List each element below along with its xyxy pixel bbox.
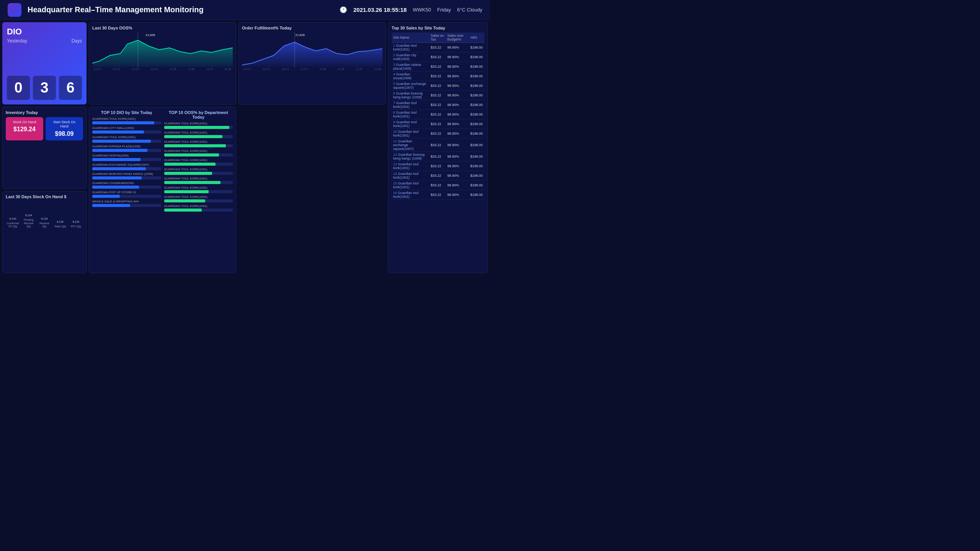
fulfillment-chart: 21,828 11.0 111.0 211.0 311.0 411.0511.0… xyxy=(242,33,382,70)
list-item: GUARDIAN TOUL KORK(1001) xyxy=(164,204,233,212)
bar-group: 8,134 RTV Qty xyxy=(69,220,83,228)
list-item: GUARDIAN POP UP STORE 01 xyxy=(92,191,161,198)
list-item: GUARDIAN RATANA PLAZA(1005) xyxy=(92,145,161,152)
page-title: Headquarter Real–Time Management Monitor… xyxy=(28,5,340,14)
ssoh-value: $98.09 xyxy=(49,130,80,137)
table-row: 14 Guardian toul kork(1001) $33.22 98.90… xyxy=(392,171,484,181)
list-item: GUARDIAN TOUL KORK(1001) xyxy=(164,122,233,129)
top10-oos-title: TOP 10 OOS% by Department Today xyxy=(164,110,233,119)
table-row: 6 Guardian boeung keng kang1 (1008) $33.… xyxy=(392,91,484,100)
list-item: GUARDIAN TOUL KORK(1001) xyxy=(164,149,233,156)
table-row: 13 Guardian toul kork(1001) $33.22 98.90… xyxy=(392,161,484,171)
top10-dio-section: TOP 10 DIO by Site Today GUARDIAN TOUL K… xyxy=(92,110,161,214)
table-row: 3 Guardian ratana plaza(1005) $33.22 98.… xyxy=(392,62,484,72)
inventory-panel: Inventory Today Stock On Hand $129.24 St… xyxy=(2,107,87,189)
fulfillment-chart-area xyxy=(242,33,382,67)
soh-label: Stock On Hand xyxy=(9,120,40,125)
list-item: GUARDIAN CHOMKARDONG xyxy=(92,181,161,189)
list-item: WHOLE SALE & WRAPPING WH xyxy=(92,200,161,207)
dio-n2: 6 xyxy=(59,76,82,100)
top10-dio-title: TOP 10 DIO by Site Today xyxy=(92,110,161,115)
dio-numbers: 0 3 6 xyxy=(7,76,82,100)
list-item: GUARDIAN EXCHANGE SQUARE(1007) xyxy=(92,163,161,170)
dio-sub2: Days xyxy=(72,38,82,44)
list-item: GUARDIAN TOUL KORK(1001) xyxy=(92,135,161,143)
table-row: 1 Guardian toul kork(1001) $33.22 98.90%… xyxy=(392,43,484,52)
oos-title: Last 30 Days OOS% xyxy=(92,26,233,30)
col-abs: ABS xyxy=(469,33,484,43)
table-row: 8 Guardian toul kork(1001) $33.22 98.90%… xyxy=(392,110,484,119)
top10-dio-panel: TOP 10 DIO by Site Today GUARDIAN TOUL K… xyxy=(89,107,236,273)
table-row: 4 Guardian sorya(1006) $33.22 98.90% $19… xyxy=(392,72,484,81)
list-item: GUARDIAN BOEUNG KENG KANG1 (1008) xyxy=(92,172,161,179)
table-row: 7 Guardian toul kork(1001) $33.22 98.90%… xyxy=(392,100,484,110)
col-site: Site Name xyxy=(392,33,429,43)
dio-n1: 3 xyxy=(33,76,56,100)
top10-dio-list: GUARDIAN TOUL KORK(1001) GUARDIAN CITY M… xyxy=(92,117,161,207)
table-row: 10 Guardian toul kork(1001) $33.22 98.90… xyxy=(392,129,484,139)
oos-x-axis: 11.0 111.0 211.0 311.0 411.0511.0611.071… xyxy=(92,68,233,70)
fulfillment-x-axis: 11.0 111.0 211.0 311.0 411.0511.0611.071… xyxy=(242,68,382,70)
table-row: 16 Guardian toul kork(1001) $33.22 98.90… xyxy=(392,190,484,200)
day-display: Friday xyxy=(437,7,451,13)
stock-bar-title: Last 30 Days Stock On Hand $ xyxy=(6,194,83,199)
top30-panel: Top 30 Sales by Site Today Site Name Sal… xyxy=(388,22,488,273)
dio-n0: 0 xyxy=(7,76,30,100)
bar-group: 8,134 Comfrmed PO Qty xyxy=(6,217,20,228)
header-info: 🕐 2021.03.26 18:55:18 WWK50 Friday 6°C C… xyxy=(340,6,482,13)
col-sales: Sales ex Tax xyxy=(429,33,446,43)
table-row: 11 Guardian exchange square(1007) $33.22… xyxy=(392,139,484,152)
soh-value: $129.24 xyxy=(9,126,40,133)
list-item: GUARDIAN SORYA(1006) xyxy=(92,154,161,161)
oos-chart: 21,828 11.0 111.0 211.0 311.0 411.0511.0… xyxy=(92,33,233,70)
fulfillment-title: Order Fufillment% Today xyxy=(242,26,382,30)
dio-panel: DIO Yesterday Days 0 3 6 xyxy=(2,22,87,104)
stock-bar-chart: 8,134 Comfrmed PO Qty 8,134 Pending Rece… xyxy=(6,201,83,228)
list-item: GUARDIAN TOUL KORK(1001) xyxy=(164,186,233,193)
top30-title: Top 30 Sales by Site Today xyxy=(392,26,484,30)
oos-chart-area xyxy=(92,33,233,67)
datetime-display: 2021.03.26 18:55:18 xyxy=(353,7,407,13)
oos-panel: Last 30 Days OOS% 21,828 11.0 1 xyxy=(89,22,236,104)
table-row: 12 Guardian boeung keng kang1 (1008) $33… xyxy=(392,152,484,161)
list-item: GUARDIAN TOUL KORK(1001) xyxy=(164,158,233,166)
table-row: 2 Guardian city mall(1003) $33.22 98.90%… xyxy=(392,52,484,62)
bar-group: 8,134 Sales Qty xyxy=(53,220,67,228)
inventory-cards: Stock On Hand $129.24 Start Stock On Han… xyxy=(6,117,83,140)
top10-both: TOP 10 DIO by Site Today GUARDIAN TOUL K… xyxy=(92,110,233,214)
ssoh-label: Start Stock On Hand xyxy=(49,120,80,129)
header: Headquarter Real–Time Management Monitor… xyxy=(0,0,490,20)
col-budget: Sales over Budget% xyxy=(446,33,469,43)
table-row: 15 Guardian toul kork(1001) $33.22 98.90… xyxy=(392,181,484,190)
list-item: GUARDIAN TOUL KORK(1001) xyxy=(164,168,233,175)
inventory-title: Inventory Today xyxy=(6,110,83,115)
dio-title: DIO xyxy=(7,27,82,37)
list-item: GUARDIAN TOUL KORK(1001) xyxy=(164,195,233,202)
main-grid: DIO Yesterday Days 0 3 6 Last 30 Days OO… xyxy=(0,20,490,276)
bar-group: 8,134 Pending Receive Qty xyxy=(21,214,36,228)
fulfillment-panel: Order Fufillment% Today 21,828 xyxy=(238,22,386,104)
logo-icon xyxy=(8,3,21,17)
week-display: WWK50 xyxy=(413,7,431,13)
dio-sub1: Yesterday xyxy=(7,38,27,44)
bar-group: 8,134 Receive Qty xyxy=(37,217,51,228)
dio-labels: Yesterday Days xyxy=(7,38,82,44)
table-row: 9 Guardian toul kork(1001) $33.22 98.90%… xyxy=(392,119,484,129)
weather-display: 6°C Cloudy xyxy=(457,7,482,13)
top10-oos-section: TOP 10 OOS% by Department Today GUARDIAN… xyxy=(164,110,233,214)
list-item: GUARDIAN CITY MALL(1003) xyxy=(92,126,161,134)
list-item: GUARDIAN TOUL KORK(1001) xyxy=(164,177,233,184)
list-item: GUARDIAN TOUL KORK(1001) xyxy=(92,117,161,124)
start-stock-card: Start Stock On Hand $98.09 xyxy=(46,117,83,140)
stock-on-hand-card: Stock On Hand $129.24 xyxy=(6,117,43,140)
clock-icon: 🕐 xyxy=(340,6,347,13)
list-item: GUARDIAN TOUL KORK(1001) xyxy=(164,131,233,138)
table-row: 5 Guardian exchange square(1007) $33.22 … xyxy=(392,81,484,91)
list-item: GUARDIAN TOUL KORK(1001) xyxy=(164,140,233,147)
top30-table: Site Name Sales ex Tax Sales over Budget… xyxy=(392,33,484,200)
stock-bar-panel: Last 30 Days Stock On Hand $ 8,134 Comfr… xyxy=(2,191,87,273)
top10-oos-list: GUARDIAN TOUL KORK(1001) GUARDIAN TOUL K… xyxy=(164,122,233,212)
